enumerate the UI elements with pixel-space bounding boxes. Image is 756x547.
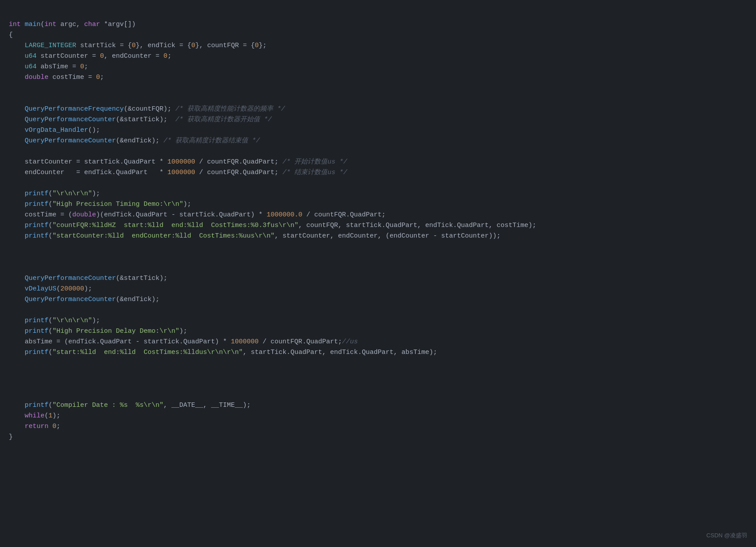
watermark: CSDN @凌盛羽 bbox=[706, 531, 747, 540]
code-editor: int main(int argc, char *argv[]) { LARGE… bbox=[9, 9, 738, 443]
